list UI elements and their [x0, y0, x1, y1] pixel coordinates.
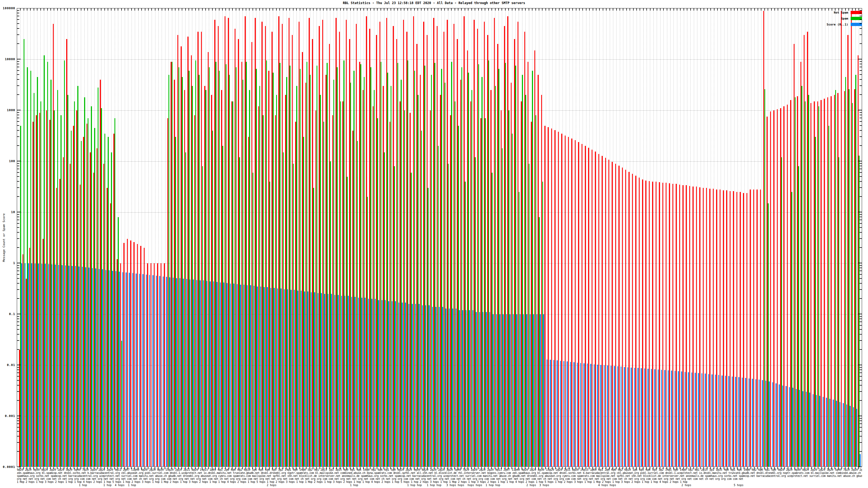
- x-tick-bottom: [828, 467, 829, 469]
- y-tick-right: [860, 166, 862, 166]
- bar-score-0-1-: [314, 292, 315, 467]
- x-tick-bottom: [599, 467, 599, 469]
- gridline-vertical: [640, 8, 640, 466]
- x-tick-bottom: [750, 467, 751, 469]
- x-tick-bottom: [370, 467, 371, 469]
- x-tick-top: [104, 8, 105, 10]
- legend: Not Spam Spam Score (0..1): [827, 11, 862, 29]
- x-tick-bottom: [276, 467, 276, 469]
- bar-score-0-1-: [769, 382, 770, 467]
- x-tick-bottom: [178, 467, 179, 469]
- gridline-vertical: [832, 8, 832, 466]
- bar-score-0-1-: [361, 298, 362, 467]
- x-tick-top: [397, 8, 398, 10]
- y-tick-left: [17, 214, 19, 215]
- bar-score-0-1-: [257, 287, 258, 467]
- y-tick-left: [17, 187, 19, 188]
- bar-score-0-1-: [806, 392, 807, 467]
- x-tick-bottom: [606, 467, 606, 469]
- bar-score-0-1-: [328, 294, 329, 467]
- bar-not-spam: [130, 240, 131, 467]
- x-tick-top: [229, 8, 229, 10]
- bar-score-0-1-: [658, 369, 659, 467]
- bar-score-0-1-: [641, 368, 642, 467]
- x-tick-bottom: [616, 467, 617, 469]
- bar-not-spam: [649, 181, 650, 467]
- x-tick-bottom: [138, 467, 138, 469]
- bar-score-0-1-: [452, 308, 453, 467]
- bar-score-0-1-: [456, 308, 457, 467]
- y-tick-right: [860, 391, 862, 392]
- x-tick-bottom: [468, 467, 468, 469]
- chart-title: RBL Statistics - Thu Jul 23 12:58:18 EDT…: [0, 1, 868, 5]
- gridline-vertical: [761, 8, 762, 466]
- y-tick-right: [860, 172, 862, 173]
- x-tick-top: [407, 8, 408, 10]
- x-tick-top: [717, 8, 718, 10]
- bar-score-0-1-: [324, 294, 325, 467]
- x-tick-top: [556, 8, 556, 10]
- y-tick-left: [17, 16, 19, 16]
- bar-not-spam: [740, 192, 741, 467]
- y-tick-left: [17, 385, 19, 386]
- y-tick-right: [860, 23, 862, 24]
- gridline-vertical: [599, 8, 600, 466]
- x-tick-top: [815, 8, 815, 10]
- x-tick-top: [387, 8, 388, 10]
- x-tick-bottom: [731, 467, 731, 469]
- bar-score-0-1-: [284, 289, 285, 467]
- x-tick-bottom: [818, 467, 818, 469]
- x-tick-top: [215, 8, 216, 10]
- y-tick-left: [17, 391, 19, 392]
- y-tick-right: [860, 10, 862, 11]
- y-tick-left: [17, 451, 19, 452]
- x-tick-top: [205, 8, 206, 10]
- x-tick-bottom: [33, 467, 34, 469]
- bar-score-0-1-: [509, 314, 510, 467]
- bar-score-0-1-: [152, 275, 154, 467]
- bar-not-spam: [642, 180, 643, 467]
- gridline-vertical: [714, 8, 714, 466]
- x-tick-bottom: [505, 467, 505, 469]
- bar-not-spam: [760, 190, 761, 467]
- x-tick-bottom: [219, 467, 219, 469]
- x-tick-bottom: [841, 467, 842, 469]
- x-tick-top: [212, 8, 213, 10]
- x-tick-bottom: [663, 467, 663, 469]
- bar-score-0-1-: [129, 273, 130, 467]
- x-tick-top: [818, 8, 818, 10]
- x-tick-bottom: [471, 467, 472, 469]
- gridline-vertical: [657, 8, 657, 466]
- x-tick-bottom: [656, 467, 657, 469]
- x-label-row: 1 Hop 2 hops 1 hop 3 hops 2 hops 1 hop 1…: [17, 480, 862, 483]
- x-tick-bottom: [633, 467, 633, 469]
- y-tick-right: [860, 418, 862, 419]
- x-tick-top: [515, 8, 516, 10]
- y-tick-left: [17, 67, 19, 67]
- bar-score-0-1-: [271, 288, 272, 467]
- bar-score-0-1-: [442, 307, 443, 467]
- x-tick-top: [20, 8, 21, 10]
- y-tick-left: [17, 349, 19, 350]
- x-tick-bottom: [175, 467, 175, 469]
- x-tick-bottom: [774, 467, 775, 469]
- x-tick-top: [680, 8, 681, 10]
- bar-score-0-1-: [52, 264, 53, 467]
- bar-score-0-1-: [220, 283, 221, 467]
- x-tick-top: [370, 8, 371, 10]
- y-tick-right: [860, 247, 862, 248]
- bar-score-0-1-: [621, 366, 622, 467]
- gridline-vertical: [125, 8, 125, 466]
- bar-score-0-1-: [634, 368, 635, 467]
- y-tick-left: [17, 427, 19, 427]
- x-tick-bottom: [629, 467, 630, 469]
- x-tick-bottom: [266, 467, 266, 469]
- y-tick-left: [17, 118, 19, 118]
- bar-score-0-1-: [210, 282, 211, 467]
- x-tick-top: [616, 8, 617, 10]
- gridline-vertical: [559, 8, 559, 466]
- bar-score-0-1-: [274, 288, 275, 467]
- bar-not-spam: [743, 193, 744, 467]
- bar-score-0-1-: [368, 299, 369, 467]
- gridline-vertical: [741, 8, 741, 466]
